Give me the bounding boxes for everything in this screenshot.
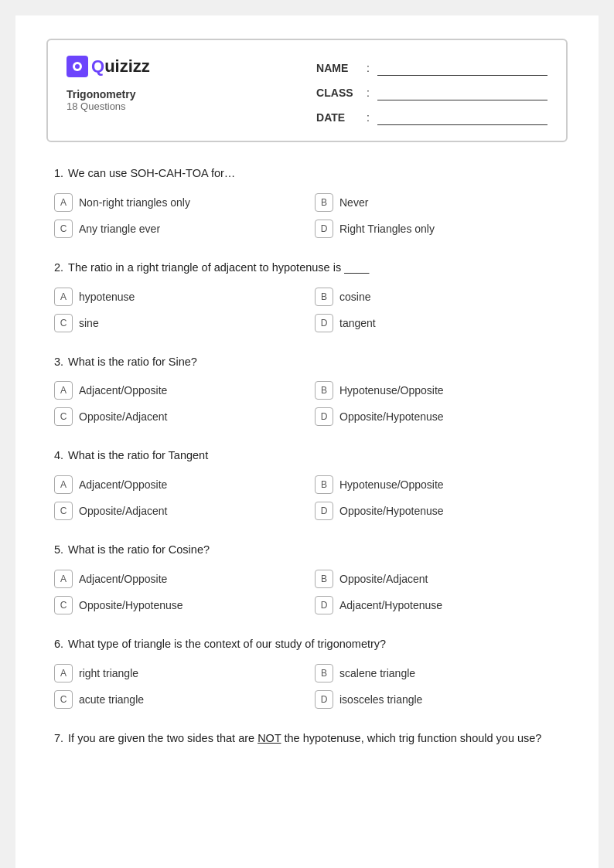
logo-area: Quizizz Trigonometry 18 Questions — [67, 56, 150, 112]
q1-options: A Non-right triangles only B Never C Any… — [54, 193, 560, 238]
q3-letter-c: C — [54, 407, 73, 426]
q2-option-c[interactable]: C sine — [54, 314, 299, 332]
date-label: DATE — [316, 111, 359, 124]
q5-letter-d: D — [315, 596, 333, 614]
q3-text-d: Opposite/Hypotenuse — [339, 410, 444, 423]
q4-option-d[interactable]: D Opposite/Hypotenuse — [315, 502, 560, 520]
q4-letter-a: A — [54, 475, 73, 494]
q6-letter-a: A — [54, 664, 73, 682]
q3-options: A Adjacent/Opposite B Hypotenuse/Opposit… — [54, 381, 560, 426]
q3-option-a[interactable]: A Adjacent/Opposite — [54, 381, 299, 400]
q5-letter-b: B — [315, 570, 333, 588]
date-line[interactable] — [377, 110, 547, 125]
q5-text-d: Adjacent/Hypotenuse — [339, 599, 442, 611]
q1-option-d[interactable]: D Right Triangles only — [315, 220, 560, 238]
subject-count: 18 Questions — [67, 100, 150, 112]
questions-area: 1.We can use SOH-CAH-TOA for… A Non-righ… — [46, 165, 568, 747]
q1-text-d: Right Triangles only — [339, 223, 435, 235]
q2-text-a: hypotenuse — [79, 291, 135, 303]
q6-option-d[interactable]: D isosceles triangle — [315, 690, 560, 709]
subject-title: Trigonometry — [67, 88, 150, 100]
logo-icon — [67, 56, 88, 77]
q4-text-a: Adjacent/Opposite — [79, 478, 167, 491]
q1-text-a: Non-right triangles only — [79, 196, 190, 209]
question-2-text: 2.The ratio in a right triangle of adjac… — [54, 260, 560, 277]
q2-letter-a: A — [54, 288, 73, 306]
q5-option-d[interactable]: D Adjacent/Hypotenuse — [315, 596, 560, 614]
q6-option-c[interactable]: C acute triangle — [54, 690, 299, 709]
question-3-text: 3.What is the ratio for Sine? — [54, 354, 560, 371]
q5-text-a: Adjacent/Opposite — [79, 573, 167, 585]
q4-text-c: Opposite/Adjacent — [79, 505, 167, 517]
q4-text-d: Opposite/Hypotenuse — [339, 505, 444, 517]
question-2: 2.The ratio in a right triangle of adjac… — [54, 260, 560, 332]
q1-letter-a: A — [54, 193, 73, 212]
q6-number: 6. — [54, 638, 63, 650]
class-label: CLASS — [316, 87, 359, 99]
q3-text-b: Hypotenuse/Opposite — [339, 384, 444, 397]
q5-option-b[interactable]: B Opposite/Adjacent — [315, 570, 560, 588]
name-label: NAME — [316, 62, 359, 74]
q3-letter-a: A — [54, 381, 73, 400]
q7-not-underline: NOT — [258, 732, 281, 744]
q4-text-b: Hypotenuse/Opposite — [339, 478, 444, 491]
logo-text: Quizizz — [91, 56, 150, 77]
q4-letter-c: C — [54, 502, 73, 520]
q1-option-c[interactable]: C Any triangle ever — [54, 220, 299, 238]
q6-text-b: scalene triangle — [339, 667, 415, 679]
question-6-text: 6.What type of triangle is the context o… — [54, 636, 560, 653]
q3-letter-b: B — [315, 381, 333, 400]
q3-option-d[interactable]: D Opposite/Hypotenuse — [315, 407, 560, 426]
q2-text-c: sine — [79, 317, 99, 329]
logo: Quizizz — [67, 56, 150, 77]
q4-option-a[interactable]: A Adjacent/Opposite — [54, 475, 299, 494]
q5-text-b: Opposite/Adjacent — [339, 573, 428, 585]
q6-letter-d: D — [315, 690, 333, 709]
q6-options: A right triangle B scalene triangle C ac… — [54, 664, 560, 709]
q6-option-a[interactable]: A right triangle — [54, 664, 299, 682]
question-4-text: 4.What is the ratio for Tangent — [54, 448, 560, 465]
question-6: 6.What type of triangle is the context o… — [54, 636, 560, 709]
q6-option-b[interactable]: B scalene triangle — [315, 664, 560, 682]
q6-text-a: right triangle — [79, 667, 138, 679]
subject-info: Trigonometry 18 Questions — [67, 88, 150, 112]
name-line[interactable] — [377, 60, 547, 76]
q1-number: 1. — [54, 167, 63, 179]
q2-letter-c: C — [54, 314, 73, 332]
q1-option-a[interactable]: A Non-right triangles only — [54, 193, 299, 212]
q1-letter-c: C — [54, 220, 73, 238]
name-row: NAME : — [316, 60, 547, 76]
svg-point-1 — [75, 64, 80, 69]
q3-option-c[interactable]: C Opposite/Adjacent — [54, 407, 299, 426]
question-1-text: 1.We can use SOH-CAH-TOA for… — [54, 165, 560, 182]
q2-option-b[interactable]: B cosine — [315, 288, 560, 306]
header-box: Quizizz Trigonometry 18 Questions NAME :… — [46, 39, 568, 142]
q4-number: 4. — [54, 449, 63, 461]
q5-number: 5. — [54, 543, 63, 556]
q5-option-c[interactable]: C Opposite/Hypotenuse — [54, 596, 299, 614]
class-row: CLASS : — [316, 85, 547, 100]
q2-option-d[interactable]: D tangent — [315, 314, 560, 332]
q2-option-a[interactable]: A hypotenuse — [54, 288, 299, 306]
q4-option-b[interactable]: B Hypotenuse/Opposite — [315, 475, 560, 494]
q1-option-b[interactable]: B Never — [315, 193, 560, 212]
question-7: 7.If you are given the two sides that ar… — [54, 730, 560, 747]
q2-letter-d: D — [315, 314, 333, 332]
class-line[interactable] — [377, 85, 547, 100]
q4-option-c[interactable]: C Opposite/Adjacent — [54, 502, 299, 520]
q6-letter-c: C — [54, 690, 73, 709]
q3-text-a: Adjacent/Opposite — [79, 384, 167, 397]
q3-number: 3. — [54, 356, 63, 368]
question-3: 3.What is the ratio for Sine? A Adjacent… — [54, 354, 560, 427]
q5-letter-c: C — [54, 596, 73, 614]
q6-text-d: isosceles triangle — [339, 693, 422, 706]
q2-text-b: cosine — [339, 291, 370, 303]
question-5: 5.What is the ratio for Cosine? A Adjace… — [54, 542, 560, 614]
q5-text-c: Opposite/Hypotenuse — [79, 599, 183, 611]
q4-options: A Adjacent/Opposite B Hypotenuse/Opposit… — [54, 475, 560, 520]
q3-option-b[interactable]: B Hypotenuse/Opposite — [315, 381, 560, 400]
date-row: DATE : — [316, 110, 547, 125]
q6-text-c: acute triangle — [79, 693, 144, 706]
q5-option-a[interactable]: A Adjacent/Opposite — [54, 570, 299, 588]
q6-letter-b: B — [315, 664, 333, 682]
